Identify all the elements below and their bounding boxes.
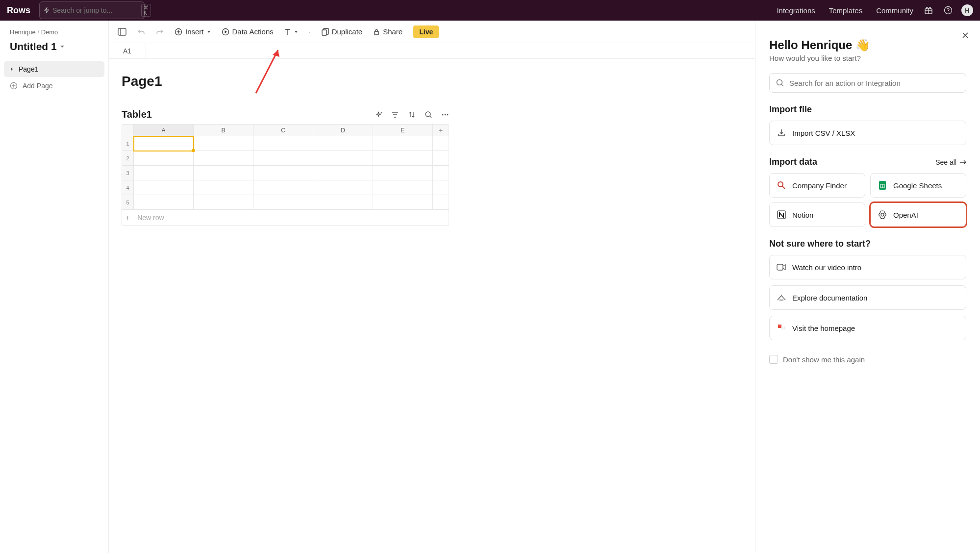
cell[interactable]: [373, 136, 433, 151]
page-item[interactable]: Page1: [4, 61, 104, 77]
cell[interactable]: [134, 195, 194, 210]
row-header[interactable]: 2: [122, 151, 134, 166]
sidebar-toggle-icon[interactable]: [118, 28, 126, 36]
cell[interactable]: [373, 180, 433, 195]
global-search[interactable]: ⌘ K: [39, 1, 145, 19]
col-header[interactable]: B: [194, 125, 253, 136]
page-title[interactable]: Page1: [122, 74, 742, 89]
new-row[interactable]: + New row: [122, 210, 449, 226]
svg-rect-6: [322, 30, 327, 35]
cell[interactable]: [253, 195, 313, 210]
sort-icon[interactable]: [408, 111, 416, 119]
cell[interactable]: [194, 166, 253, 180]
col-header[interactable]: A: [134, 125, 194, 136]
doc-title[interactable]: Untitled 1: [10, 41, 57, 52]
search-table-icon[interactable]: [425, 111, 432, 119]
cell[interactable]: [194, 195, 253, 210]
cell-reference[interactable]: A1: [109, 43, 146, 58]
help-icon[interactable]: [944, 6, 953, 15]
doc-menu-caret-icon[interactable]: [60, 44, 65, 49]
cell[interactable]: [433, 166, 449, 180]
brand-logo[interactable]: Rows: [7, 5, 30, 16]
cell[interactable]: [134, 166, 194, 180]
duplicate-button[interactable]: Duplicate: [322, 27, 363, 36]
cell[interactable]: [433, 195, 449, 210]
more-icon[interactable]: [441, 111, 449, 119]
dont-show-again[interactable]: Don't show me this again: [769, 355, 966, 364]
cell[interactable]: [313, 180, 373, 195]
nav-community[interactable]: Community: [876, 6, 913, 15]
ai-sparkle-icon[interactable]: [375, 111, 382, 119]
help-homepage[interactable]: Visit the homepage: [769, 316, 966, 340]
dont-show-label: Don't show me this again: [783, 355, 865, 364]
text-format-button[interactable]: [284, 28, 298, 36]
cell[interactable]: [194, 151, 253, 166]
user-avatar[interactable]: H: [961, 4, 973, 16]
insert-label: Insert: [185, 27, 204, 36]
integration-notion[interactable]: Notion: [769, 202, 865, 227]
see-all-link[interactable]: See all: [935, 158, 966, 166]
nav-templates[interactable]: Templates: [829, 6, 862, 15]
cell[interactable]: [433, 136, 449, 151]
nav-integrations[interactable]: Integrations: [777, 6, 815, 15]
cell[interactable]: [253, 166, 313, 180]
cell[interactable]: [433, 151, 449, 166]
cell[interactable]: [134, 136, 194, 151]
panel-search[interactable]: [769, 73, 966, 93]
breadcrumb[interactable]: Henrique / Demo: [4, 28, 104, 36]
dont-show-checkbox[interactable]: [769, 355, 778, 364]
row-header[interactable]: 4: [122, 180, 134, 195]
cell[interactable]: [194, 180, 253, 195]
integration-openai[interactable]: OpenAI: [870, 202, 966, 227]
share-button[interactable]: Share: [373, 27, 402, 36]
cell[interactable]: [253, 151, 313, 166]
col-header[interactable]: D: [313, 125, 373, 136]
row-header[interactable]: 3: [122, 166, 134, 180]
sheet-corner[interactable]: [122, 125, 134, 136]
panel-search-input[interactable]: [789, 79, 960, 87]
import-csv-card[interactable]: Import CSV / XLSX: [769, 121, 966, 145]
cell[interactable]: [253, 180, 313, 195]
integration-google-sheets[interactable]: Google Sheets: [870, 173, 966, 198]
caret-right-icon: [10, 67, 14, 72]
cell[interactable]: [313, 195, 373, 210]
cell[interactable]: [373, 151, 433, 166]
row-header[interactable]: 5: [122, 195, 134, 210]
svg-rect-22: [781, 327, 785, 329]
data-actions-button[interactable]: Data Actions: [222, 27, 274, 36]
integration-label: OpenAI: [893, 211, 918, 219]
spreadsheet[interactable]: A B C D E + 1 2: [122, 124, 449, 226]
cell[interactable]: [313, 151, 373, 166]
gift-icon[interactable]: [924, 6, 933, 15]
cell[interactable]: [134, 151, 194, 166]
svg-point-1: [945, 7, 952, 14]
cell[interactable]: [253, 136, 313, 151]
cell[interactable]: [373, 166, 433, 180]
cell[interactable]: [373, 195, 433, 210]
live-button[interactable]: Live: [413, 25, 439, 38]
cell[interactable]: [313, 136, 373, 151]
svg-point-19: [881, 213, 884, 216]
row-header[interactable]: 1: [122, 136, 134, 151]
insert-button[interactable]: Insert: [175, 27, 211, 36]
global-search-input[interactable]: [52, 6, 138, 14]
help-documentation[interactable]: Explore documentation: [769, 285, 966, 310]
integration-company-finder[interactable]: Company Finder: [769, 173, 865, 198]
breadcrumb-folder[interactable]: Demo: [41, 28, 58, 36]
breadcrumb-owner[interactable]: Henrique: [10, 28, 36, 36]
col-header[interactable]: E: [373, 125, 433, 136]
add-column[interactable]: +: [433, 125, 449, 136]
col-header[interactable]: C: [253, 125, 313, 136]
cell[interactable]: [313, 166, 373, 180]
close-icon[interactable]: [960, 30, 970, 40]
cell[interactable]: [134, 180, 194, 195]
redo-icon[interactable]: [156, 28, 164, 35]
cell[interactable]: [194, 136, 253, 151]
doc-title-row[interactable]: Untitled 1: [4, 36, 104, 61]
filter-icon[interactable]: [391, 111, 399, 119]
cell[interactable]: [433, 180, 449, 195]
table-name[interactable]: Table1: [122, 109, 152, 120]
add-page[interactable]: Add Page: [4, 77, 104, 95]
help-video-intro[interactable]: Watch our video intro: [769, 255, 966, 279]
undo-icon[interactable]: [137, 28, 145, 35]
